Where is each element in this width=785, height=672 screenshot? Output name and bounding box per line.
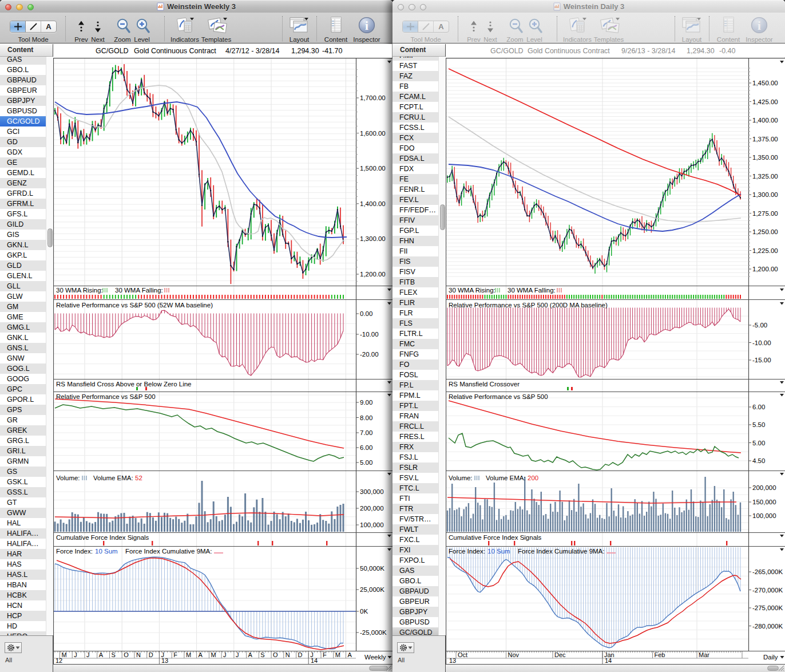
svg-text:9.00: 9.00 [360, 399, 372, 406]
svg-text:6.00: 6.00 [752, 404, 765, 410]
svg-text:1,500.00: 1,500.00 [360, 165, 386, 172]
svg-text:1,250.00: 1,250.00 [752, 228, 778, 235]
svg-text:Cumulative Force Index Signals: Cumulative Force Index Signals [56, 534, 149, 541]
svg-text:Force Index Cumulative 9MA:: Force Index Cumulative 9MA: [125, 548, 212, 555]
svg-text:4.50: 4.50 [752, 457, 765, 464]
svg-text:6.00: 6.00 [360, 444, 372, 451]
svg-text:1,325.00: 1,325.00 [752, 173, 778, 180]
svg-text:1,275.00: 1,275.00 [752, 210, 778, 217]
svg-text:J: J [223, 651, 227, 658]
svg-text:F: F [173, 651, 177, 658]
svg-text:50,000K: 50,000K [360, 565, 384, 572]
svg-text:1,400.00: 1,400.00 [360, 200, 386, 207]
svg-text:Relative Performance vs S&P 50: Relative Performance vs S&P 500 (200D MA… [449, 302, 608, 309]
svg-text:14: 14 [605, 657, 612, 664]
svg-text:1,700.00: 1,700.00 [360, 94, 386, 101]
svg-text:i: i [758, 19, 761, 33]
svg-text:Relative Performance vs S&P 50: Relative Performance vs S&P 500 [56, 393, 156, 400]
svg-text:1,350.00: 1,350.00 [752, 154, 778, 161]
svg-text:30 WMA Rising:: 30 WMA Rising: [449, 287, 495, 294]
svg-text:1,200.00: 1,200.00 [752, 266, 778, 272]
svg-text:52: 52 [135, 475, 142, 481]
svg-text:Force Index:: Force Index: [449, 548, 485, 555]
svg-text:0K: 0K [360, 608, 368, 615]
svg-text:Weekly: Weekly [364, 654, 386, 661]
svg-text:Volume:: Volume: [449, 475, 473, 481]
svg-text:-25,000K: -25,000K [360, 629, 387, 636]
svg-text:Volume EMA:: Volume EMA: [93, 475, 133, 481]
svg-text:10 Sum: 10 Sum [95, 548, 118, 555]
svg-text:7.00: 7.00 [360, 429, 372, 436]
svg-text:1,375.00: 1,375.00 [752, 136, 778, 143]
svg-text:1,425.00: 1,425.00 [752, 98, 778, 105]
svg-text:13: 13 [449, 657, 456, 664]
svg-text:1,600.00: 1,600.00 [360, 130, 386, 137]
svg-text:RS Mansfield Crossover: RS Mansfield Crossover [449, 381, 520, 388]
svg-text:Force Index:: Force Index: [56, 548, 93, 555]
svg-text:100,000: 100,000 [752, 512, 776, 519]
svg-text:i: i [365, 19, 368, 33]
svg-text:Relative Performance vs S&P 50: Relative Performance vs S&P 500 [449, 393, 548, 400]
svg-text:-280,000K: -280,000K [752, 623, 783, 630]
svg-text:10 Sum: 10 Sum [487, 548, 510, 555]
svg-text:1,225.00: 1,225.00 [752, 247, 778, 254]
svg-text:30 WMA Falling:: 30 WMA Falling: [115, 287, 163, 294]
svg-text:1,400.00: 1,400.00 [752, 117, 778, 124]
svg-text:25,000K: 25,000K [360, 586, 384, 593]
svg-text:-10.00: -10.00 [752, 339, 771, 346]
svg-text:12: 12 [55, 657, 62, 664]
svg-text:5.00: 5.00 [752, 440, 765, 446]
svg-text:0.00: 0.00 [360, 310, 372, 317]
svg-text:1,450.00: 1,450.00 [752, 80, 778, 86]
svg-text:-265,000K: -265,000K [752, 568, 783, 575]
svg-text:1,200.00: 1,200.00 [360, 271, 386, 278]
svg-text:1,300.00: 1,300.00 [360, 235, 386, 242]
svg-text:5.00: 5.00 [360, 459, 372, 466]
svg-text:A: A [348, 651, 352, 658]
svg-text:14: 14 [311, 657, 318, 664]
svg-text:5.50: 5.50 [752, 421, 765, 428]
svg-text:Volume EMA:: Volume EMA: [486, 475, 526, 481]
svg-text:Daily: Daily [763, 654, 778, 661]
svg-text:100,000: 100,000 [360, 521, 384, 528]
svg-text:30 WMA Rising:: 30 WMA Rising: [56, 287, 103, 294]
svg-text:200,000: 200,000 [360, 505, 384, 512]
svg-text:Force Index Cumulative 9MA:: Force Index Cumulative 9MA: [518, 548, 604, 555]
svg-text:O: O [273, 651, 278, 658]
svg-text:13: 13 [161, 657, 168, 664]
svg-text:J: J [236, 651, 239, 658]
svg-text:D: D [149, 651, 153, 658]
svg-text:1,300.00: 1,300.00 [752, 191, 778, 198]
svg-text:200,000: 200,000 [752, 484, 776, 491]
svg-text:O: O [124, 651, 129, 658]
svg-text:-275,000K: -275,000K [752, 604, 783, 611]
svg-text:N: N [286, 651, 290, 658]
svg-text:Volume:: Volume: [56, 475, 80, 481]
svg-text:-15.00: -15.00 [752, 357, 771, 363]
svg-text:-5.00: -5.00 [752, 322, 767, 329]
svg-text:200: 200 [528, 475, 538, 481]
svg-text:8.00: 8.00 [360, 414, 372, 421]
svg-text:Mar: Mar [699, 651, 709, 658]
svg-text:30 WMA Falling:: 30 WMA Falling: [508, 287, 556, 294]
svg-text:-20.00: -20.00 [360, 351, 379, 358]
svg-text:150,000: 150,000 [752, 499, 776, 505]
svg-text:Cumulative Force Index Signals: Cumulative Force Index Signals [449, 534, 542, 541]
svg-text:-10.00: -10.00 [360, 331, 379, 338]
svg-text:RS Mansfield Cross Above or Be: RS Mansfield Cross Above or Below Zero L… [56, 381, 192, 388]
svg-text:300,000: 300,000 [360, 488, 384, 495]
svg-text:-270,000K: -270,000K [752, 587, 783, 594]
svg-text:A: A [248, 651, 253, 658]
svg-text:Relative Performance vs S&P 50: Relative Performance vs S&P 500 (52W MA … [56, 302, 213, 309]
svg-text:S: S [112, 651, 116, 658]
svg-text:J: J [74, 651, 77, 658]
